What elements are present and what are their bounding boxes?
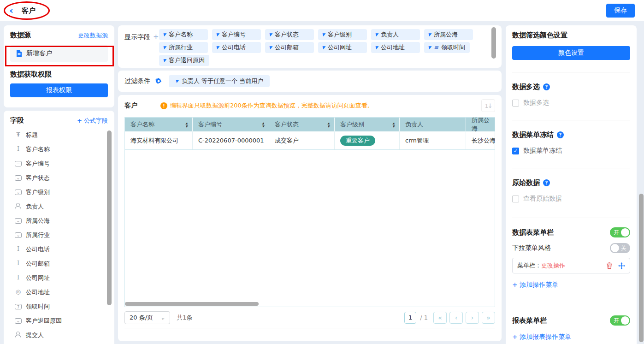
- menu-bar-item[interactable]: 菜单栏： 更改操作: [512, 258, 630, 273]
- display-field-tag[interactable]: 公司地址: [371, 42, 420, 53]
- column-header[interactable]: 负责人: [400, 118, 466, 131]
- field-item-owner[interactable]: 负责人: [10, 199, 108, 214]
- field-item-email[interactable]: 公司邮箱: [10, 256, 108, 271]
- gear-icon[interactable]: [155, 77, 162, 85]
- menu-action-link[interactable]: 更改操作: [541, 261, 565, 270]
- select-icon: [15, 232, 22, 238]
- field-label: 客户退回原因: [26, 317, 62, 325]
- filter-card: 过滤条件 负责人 等于任意一个 当前用户: [118, 71, 502, 92]
- dropdown-arrow-icon: [322, 46, 325, 50]
- table-menu-toggle[interactable]: 开: [610, 227, 630, 237]
- column-header[interactable]: 客户级别: [335, 118, 400, 131]
- add-display-field-icon[interactable]: +: [153, 33, 159, 41]
- display-field-tag[interactable]: 客户退回原因: [159, 55, 209, 66]
- add-formula-field-link[interactable]: + 公式字段: [77, 117, 108, 125]
- column-header[interactable]: 客户名称: [125, 118, 193, 131]
- field-item-customer-code[interactable]: 客户编号: [10, 156, 108, 171]
- display-field-tag[interactable]: 客户编号: [212, 29, 261, 40]
- sort-carets-icon[interactable]: [392, 121, 395, 128]
- checkbox-icon[interactable]: [512, 196, 519, 202]
- menu-freeze-title: 数据菜单冻结: [512, 130, 630, 139]
- display-field-tag[interactable]: 公司电话: [212, 42, 261, 53]
- display-field-tag[interactable]: 所属公海: [424, 29, 473, 40]
- field-item-return-reason[interactable]: 客户退回原因: [10, 314, 108, 328]
- field-item-pool[interactable]: 所属公海: [10, 214, 108, 228]
- next-page-button[interactable]: [466, 312, 479, 324]
- display-field-tag[interactable]: 客户级别: [318, 29, 367, 40]
- sort-carets-icon[interactable]: [262, 121, 264, 128]
- select-icon: [15, 190, 22, 195]
- text-icon: [15, 274, 22, 281]
- dropdown-style-toggle[interactable]: 关: [610, 243, 630, 253]
- datasource-title: 数据源: [10, 31, 31, 40]
- sort-carets-icon[interactable]: [185, 121, 188, 128]
- help-icon[interactable]: [543, 179, 550, 186]
- field-label: 客户级别: [26, 188, 50, 196]
- display-card-scrollbar[interactable]: [491, 27, 496, 59]
- report-menu-toggle[interactable]: 开: [610, 315, 630, 326]
- checkbox-icon[interactable]: [512, 100, 519, 107]
- dropdown-arrow-icon: [322, 33, 325, 37]
- column-header[interactable]: 客户状态: [269, 118, 335, 131]
- prev-page-button[interactable]: [449, 312, 463, 324]
- display-field-tag[interactable]: 所属行业: [159, 42, 208, 53]
- raw-data-title: 原始数据: [512, 178, 630, 187]
- right-panel-scrollbar[interactable]: [639, 194, 644, 342]
- page-size-select[interactable]: 20 条/页: [124, 311, 170, 324]
- filter-label: 过滤条件: [124, 77, 150, 85]
- column-header[interactable]: 所属公海: [466, 118, 495, 131]
- help-icon[interactable]: [557, 131, 564, 138]
- display-field-tag[interactable]: 公司网址: [318, 42, 367, 53]
- field-item-customer-level[interactable]: 客户级别: [10, 185, 108, 199]
- level-badge: 重要客户: [340, 136, 375, 146]
- last-page-button[interactable]: [482, 312, 495, 324]
- fields-card-scrollbar[interactable]: [107, 130, 112, 305]
- filter-condition-tag[interactable]: 负责人 等于任意一个 当前用户: [169, 75, 270, 87]
- field-item-address[interactable]: 公司地址: [10, 285, 108, 299]
- dropdown-arrow-icon: [269, 33, 272, 37]
- add-action-menu-link[interactable]: + 添加操作菜单: [512, 281, 558, 289]
- display-field-tag[interactable]: 客户状态: [265, 29, 314, 40]
- trash-icon[interactable]: [606, 262, 613, 269]
- display-field-tag-sorted[interactable]: 领取时间: [424, 42, 470, 53]
- report-permission-button[interactable]: 报表权限: [10, 83, 108, 97]
- field-item-title[interactable]: 标题: [10, 128, 108, 142]
- field-item-phone[interactable]: 公司电话: [10, 242, 108, 256]
- change-datasource-link[interactable]: 更改数据源: [78, 31, 108, 40]
- current-page-box[interactable]: 1: [404, 312, 416, 324]
- field-item-customer-name[interactable]: 客户名称: [10, 142, 108, 156]
- table-card: 客户 编辑界面只取数据源前200条作为查询数据预览，完整数据请访问页面查看。 客…: [118, 95, 502, 341]
- datasource-item[interactable]: 新增客户: [10, 45, 108, 62]
- table-row[interactable]: 海安材料有限公司 C-20220607-0000001 成交客户 重要客户 cr…: [125, 131, 495, 150]
- save-button[interactable]: 保存: [606, 4, 635, 18]
- multi-select-checkbox[interactable]: 数据多选: [512, 99, 630, 107]
- checkbox-checked-icon[interactable]: [512, 148, 519, 154]
- document-icon: [16, 50, 23, 57]
- help-icon[interactable]: [543, 83, 550, 90]
- move-icon[interactable]: [618, 262, 625, 269]
- add-report-menu-link[interactable]: + 添加报表操作菜单: [512, 333, 571, 341]
- settings-panel: 数据筛选颜色设置 颜色设置 数据多选 数据多选 数据菜单冻结 数据菜单冻结 原始…: [506, 25, 637, 344]
- field-item-industry[interactable]: 所属行业: [10, 228, 108, 242]
- raw-data-checkbox[interactable]: 查看原始数据: [512, 195, 630, 203]
- first-page-button[interactable]: [433, 312, 447, 324]
- color-settings-button[interactable]: 颜色设置: [512, 46, 630, 60]
- dropdown-arrow-icon: [216, 46, 219, 50]
- menu-freeze-checkbox[interactable]: 数据菜单冻结: [512, 147, 630, 155]
- horizontal-scrollbar[interactable]: [125, 302, 259, 306]
- data-table: 客户名称 客户编号 客户状态 客户级别 负责人 所属公海 海安材料有限公司 C-…: [124, 117, 495, 307]
- toggle-knob: [621, 316, 629, 325]
- back-icon[interactable]: ‹: [9, 6, 13, 15]
- field-item-website[interactable]: 公司网址: [10, 271, 108, 285]
- display-field-tag[interactable]: 负责人: [371, 29, 420, 40]
- sort-carets-icon[interactable]: [327, 121, 330, 128]
- display-field-tag[interactable]: 客户名称: [159, 29, 208, 40]
- field-item-customer-status[interactable]: 客户状态: [10, 171, 108, 185]
- display-field-tag[interactable]: 公司邮箱: [265, 42, 314, 53]
- dropdown-arrow-icon: [269, 46, 272, 50]
- sort-control-icon[interactable]: [481, 99, 495, 112]
- column-header[interactable]: 客户编号: [193, 118, 269, 131]
- field-item-claim-time[interactable]: 领取时间: [10, 299, 108, 314]
- divider: [512, 168, 630, 168]
- field-item-submitter[interactable]: 提交人: [10, 328, 108, 342]
